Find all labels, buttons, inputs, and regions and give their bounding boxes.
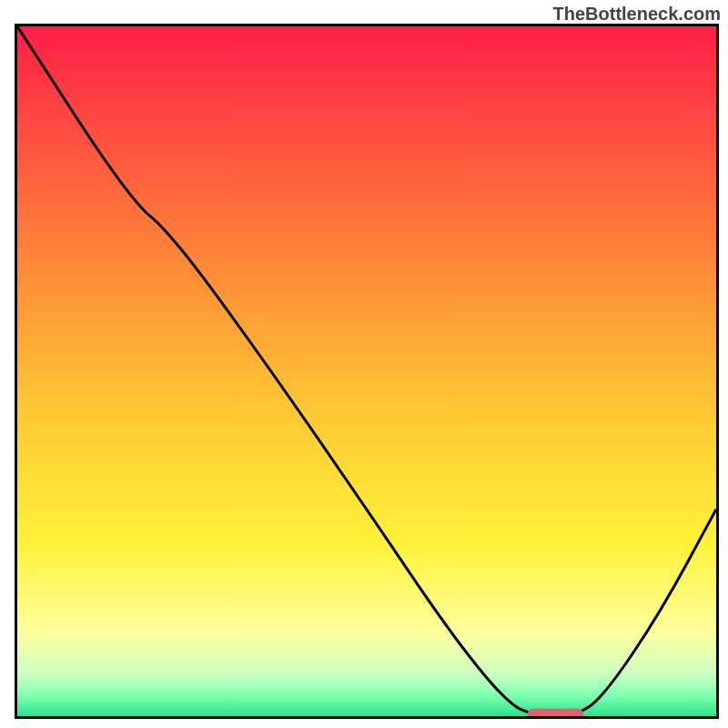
- gradient-background: [17, 26, 716, 716]
- watermark-text: TheBottleneck.com: [553, 4, 721, 25]
- chart-container: [15, 24, 719, 719]
- chart-svg: [17, 26, 716, 716]
- optimal-marker: [528, 709, 583, 716]
